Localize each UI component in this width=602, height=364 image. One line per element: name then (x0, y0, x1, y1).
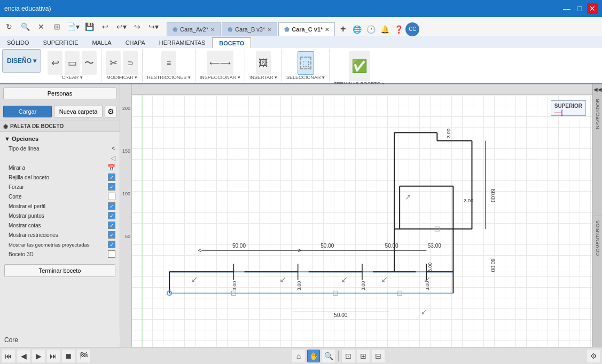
design-dropdown-button[interactable]: DISEÑO ▾ (2, 49, 41, 73)
nav-play-button[interactable]: ▶ (32, 350, 45, 362)
geometrias-checkbox[interactable]: ✓ (108, 241, 115, 248)
ribbon-group-restricciones: ≡ RESTRICCIONES ▾ (143, 49, 196, 82)
select-icon: ⬚ (300, 57, 311, 69)
curve-button[interactable]: 〜 (82, 51, 97, 75)
option-restricciones[interactable]: Mostrar restricciones ✓ (0, 230, 120, 240)
undo-button[interactable]: ↩ (98, 20, 112, 34)
tab-close-icon[interactable]: ✕ (210, 27, 215, 33)
constraint-button[interactable]: ≡ (161, 51, 176, 75)
ruler-top (132, 84, 602, 95)
redo2-button[interactable]: ↪▾ (146, 20, 160, 34)
new-folder-button[interactable]: Nueva carpeta (54, 106, 103, 117)
ribbon-tabs: SÓLIDO SUPERFICIE MALLA CHAPA HERRAMIENT… (0, 36, 602, 48)
arc-button[interactable]: ↩ (48, 51, 62, 75)
sidebar-top: Personas (0, 84, 120, 102)
tab-solido[interactable]: SÓLIDO (0, 37, 36, 48)
finish-sketch-button[interactable]: ✅ (349, 51, 370, 81)
nav-icon4[interactable]: ❓ (392, 22, 405, 36)
close-tab-button[interactable]: ✕ (34, 20, 48, 34)
tab-close-icon[interactable]: ✕ (267, 27, 271, 33)
home-view-button[interactable]: ⌂ (292, 350, 305, 362)
constraint-arrow-3: ↙ (341, 274, 348, 284)
refresh-button[interactable]: ↻ (2, 20, 16, 34)
nav-next-button[interactable]: ⏭ (47, 350, 60, 362)
undo2-button[interactable]: ↩▾ (114, 20, 128, 34)
tab-boceto[interactable]: BOCETO (212, 37, 251, 48)
option-corte[interactable]: Corte (0, 192, 120, 201)
settings-gear-button[interactable]: ⚙ (105, 106, 116, 117)
option-boceto3d[interactable]: Boceto 3D (0, 249, 120, 259)
save-button[interactable]: 💾 (82, 20, 96, 34)
nav-flag-button[interactable]: 🏁 (77, 350, 90, 362)
nav-prev-button[interactable]: ◀ (17, 350, 30, 362)
option-tipo-linea: Tipo de línea < (0, 144, 120, 153)
crear-buttons: ↩ ▭ 〜 (48, 51, 97, 75)
personas-button[interactable]: Personas (3, 88, 116, 99)
insertar-label: INSERTAR ▾ (249, 75, 277, 81)
select-button[interactable]: ⬚ (298, 51, 314, 75)
option-perfil[interactable]: Mostrar el perfil ✓ (0, 201, 120, 211)
tab-herramientas[interactable]: HERRAMIENTAS (152, 37, 213, 48)
add-tab-button[interactable]: + (336, 22, 350, 36)
settings-bottom-button[interactable]: ⚙ (587, 350, 600, 362)
tab-superficie[interactable]: SUPERFICIE (36, 37, 85, 48)
grid-toggle-button[interactable]: ⊞ (357, 350, 370, 362)
navigator-expand-arrow[interactable]: ◀◀ (593, 84, 602, 94)
tipo-linea-icon[interactable]: < (112, 145, 115, 152)
option-geometrias[interactable]: Mostrar las geometrías proyectadas ✓ (0, 240, 120, 249)
dim-3-1: 3.00 (232, 281, 237, 291)
navigator-panel: ◀◀ NAVEGADOR (592, 84, 602, 216)
tab-cara-cv1[interactable]: ⬟ Cara_C v1* ✕ (278, 22, 335, 36)
close-button[interactable]: ✕ (587, 3, 598, 14)
rectangle-button[interactable]: ▭ (65, 51, 80, 75)
dim-3-5: 3.00 (427, 263, 433, 272)
scissors-button[interactable]: ✂ (106, 51, 121, 75)
tab-chapa[interactable]: CHAPA (119, 37, 152, 48)
maximize-button[interactable]: □ (574, 3, 585, 14)
nav-icon1[interactable]: 🌐 (350, 22, 364, 36)
offset-icon: ⊃ (127, 59, 134, 67)
forzar-checkbox[interactable]: ✓ (108, 183, 115, 191)
option-cotas[interactable]: Mostrar cotas ✓ (0, 220, 120, 230)
redo-button[interactable]: ↪ (130, 20, 144, 34)
user-avatar[interactable]: CC (405, 22, 419, 36)
restricciones-checkbox[interactable]: ✓ (108, 231, 115, 239)
grid-button[interactable]: ⊞ (50, 20, 64, 34)
quick-access-toolbar: ↻ 🔍 ✕ ⊞ 📄▾ 💾 ↩ ↩▾ ↪ ↪▾ ⬟ Cara_Av2* ✕ ⬟ C… (0, 17, 602, 36)
nav-stop-button[interactable]: ⏹ (62, 350, 75, 362)
zoom-button[interactable]: 🔍 (322, 350, 335, 362)
grid-options-button[interactable]: ⊟ (372, 350, 385, 362)
display-mode-button[interactable]: ⊡ (342, 350, 355, 362)
tab-malla[interactable]: MALLA (85, 37, 119, 48)
options-section: ▼ Opciones Tipo de línea < ◁ Mirar a 📅 R… (0, 132, 120, 261)
boceto3d-checkbox[interactable] (108, 250, 115, 258)
mirar-a-icon[interactable]: 📅 (107, 164, 115, 171)
option-rejilla[interactable]: Rejilla del boceto ✓ (0, 172, 120, 182)
load-button[interactable]: Cargar (3, 106, 52, 117)
restricciones-buttons: ≡ (161, 51, 176, 75)
option-forzar[interactable]: Forzar ✓ (0, 182, 120, 192)
tab-close-icon[interactable]: ✕ (325, 27, 329, 33)
terminar-boceto-button[interactable]: Terminar boceto (4, 264, 115, 277)
puntos-checkbox[interactable]: ✓ (108, 212, 115, 219)
nav-first-button[interactable]: ⏮ (2, 350, 15, 362)
perfil-checkbox[interactable]: ✓ (108, 202, 115, 210)
offset-button[interactable]: ⊃ (123, 51, 138, 75)
canvas-area[interactable]: 200 150 100 50 SUPERIOR (120, 84, 602, 347)
measure-button[interactable]: ⟵⟶ (207, 51, 233, 75)
tab-cara-bv3[interactable]: ⬟ Cara_B v3* ✕ (222, 22, 277, 36)
cotas-checkbox[interactable]: ✓ (108, 221, 115, 229)
design-label: DISEÑO ▾ (7, 57, 36, 65)
option-puntos[interactable]: Mostrar puntos ✓ (0, 211, 120, 220)
tab-cara-av2[interactable]: ⬟ Cara_Av2* ✕ (167, 22, 221, 36)
file-button[interactable]: 📄▾ (66, 20, 80, 34)
search-button[interactable]: 🔍 (18, 20, 32, 34)
corte-checkbox[interactable] (108, 193, 115, 200)
ruler-mark-150: 150 (122, 148, 130, 154)
minimize-button[interactable]: — (561, 3, 572, 14)
nav-icon2[interactable]: 🕐 (364, 22, 378, 36)
pan-button[interactable]: ✋ (307, 350, 320, 362)
insert-image-button[interactable]: 🖼 (256, 51, 271, 75)
nav-icon3[interactable]: 🔔 (378, 22, 392, 36)
rejilla-checkbox[interactable]: ✓ (108, 173, 115, 181)
